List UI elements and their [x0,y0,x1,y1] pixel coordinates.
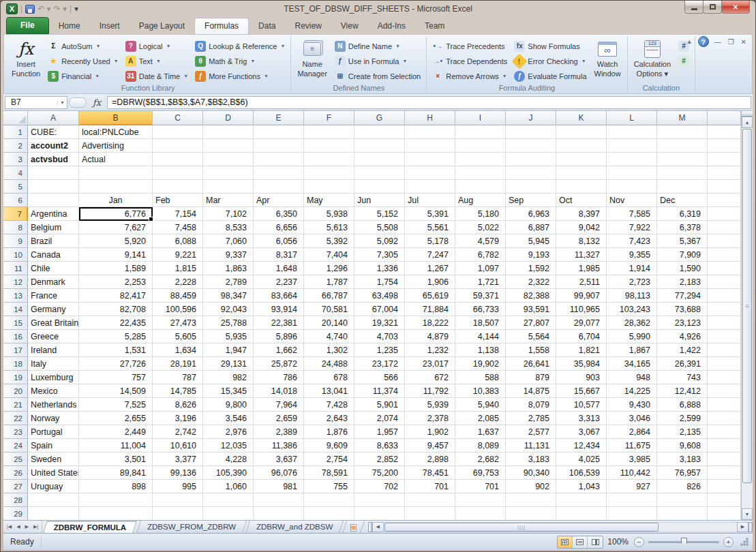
cell-C20[interactable]: 14,785 [153,384,203,398]
financial-button[interactable]: $Financial▼ [45,69,121,83]
cell-B3[interactable]: Actual [79,153,153,166]
create-from-selection-button[interactable]: ⊞Create from Selection [332,69,423,83]
evaluate-formula-button[interactable]: ƒEvaluate Formula [511,69,589,83]
cell-A17[interactable]: Ireland [28,343,79,357]
cell-E20[interactable]: 14,018 [254,384,304,398]
cell-E25[interactable]: 3,637 [254,453,304,466]
cell-B27[interactable]: 898 [79,480,153,493]
cell-J28[interactable] [506,493,556,507]
cell-filler-row-21[interactable] [708,398,741,412]
cell-G9[interactable]: 5,092 [354,234,405,248]
cell-J22[interactable]: 2,785 [506,412,556,425]
cell-G25[interactable]: 2,852 [354,453,405,466]
cell-M3[interactable] [657,153,708,166]
cell-filler-row-4[interactable] [708,166,741,180]
cell-H28[interactable] [405,493,455,507]
cell-I7[interactable]: 5,180 [455,207,506,221]
cell-C29[interactable] [153,507,203,520]
last-sheet-icon[interactable]: ▶| [31,523,40,531]
cell-B13[interactable]: 82,417 [79,289,153,303]
date-time-button[interactable]: 31Date & Time▼ [123,69,191,83]
cell-E14[interactable]: 93,914 [254,303,304,316]
row-header-27[interactable]: 27 [3,480,28,493]
cell-E15[interactable]: 22,381 [254,316,304,330]
selected-cell-B7[interactable]: 6,776 [79,207,153,221]
cell-C28[interactable] [153,493,203,507]
cell-B18[interactable]: 27,726 [79,357,153,371]
minimize-button[interactable] [684,1,704,14]
cell-L28[interactable] [607,493,657,507]
cell-G26[interactable]: 75,200 [354,466,405,480]
cell-F15[interactable]: 20,140 [304,316,354,330]
cell-A3[interactable]: actvsbud [28,153,79,166]
column-header-K[interactable]: K [556,111,607,125]
cell-G11[interactable]: 1,336 [354,262,405,275]
cell-H13[interactable]: 65,619 [405,289,455,303]
cell-F27[interactable]: 755 [304,480,354,493]
undo-button[interactable]: ↶ ▾ [37,3,50,14]
cell-J11[interactable]: 1,592 [506,262,556,275]
cell-K20[interactable]: 15,667 [556,384,607,398]
column-header-G[interactable]: G [354,111,405,125]
cell-I11[interactable]: 1,097 [455,262,506,275]
cell-M29[interactable] [657,507,708,520]
cell-H29[interactable] [405,507,455,520]
cell-filler-row-18[interactable] [708,357,741,371]
page-break-view-button[interactable] [588,536,603,548]
cell-E23[interactable]: 2,389 [254,425,304,439]
cell-A25[interactable]: Sweden [28,453,79,466]
remove-arrows-button[interactable]: ×Remove Arrows▼ [429,69,510,83]
row-header-24[interactable]: 24 [3,439,28,453]
cell-M19[interactable]: 743 [657,371,708,384]
cell-C10[interactable]: 9,221 [153,248,203,262]
column-header-B[interactable]: B [79,111,153,125]
cell-F2[interactable] [304,139,354,153]
column-header-H[interactable]: H [405,111,455,125]
cell-H25[interactable]: 2,898 [405,453,455,466]
cell-M11[interactable]: 1,590 [657,262,708,275]
cell-J3[interactable] [506,153,556,166]
cell-L29[interactable] [607,507,657,520]
cell-filler-row-23[interactable] [708,425,741,439]
row-header-11[interactable]: 11 [3,262,28,275]
cell-B25[interactable]: 3,501 [79,453,153,466]
cell-F29[interactable] [304,507,354,520]
cell-B15[interactable]: 22,435 [79,316,153,330]
cell-filler-row-10[interactable] [708,248,741,262]
cell-M5[interactable] [657,180,708,194]
cell-M21[interactable]: 6,888 [657,398,708,412]
cell-J1[interactable] [506,125,556,139]
excel-logo-icon[interactable]: X [6,3,18,14]
row-header-14[interactable]: 14 [3,303,28,316]
cell-A23[interactable]: Portugal [28,425,79,439]
cell-D25[interactable]: 4,228 [203,453,254,466]
cell-G20[interactable]: 11,374 [354,384,405,398]
cell-A2[interactable]: account2 [28,139,79,153]
scroll-down-icon[interactable]: ▼ [742,508,753,520]
cell-D18[interactable]: 29,131 [203,357,254,371]
cell-F28[interactable] [304,493,354,507]
cell-C9[interactable]: 6,088 [153,234,203,248]
cell-M28[interactable] [657,493,708,507]
cell-E27[interactable]: 981 [254,480,304,493]
cell-G18[interactable]: 23,172 [354,357,405,371]
cell-K7[interactable]: 8,397 [556,207,607,221]
cell-H20[interactable]: 11,792 [405,384,455,398]
sheet-tab-zdbsw-from-zdbrw[interactable]: ZDBSW_FROM_ZDBRW [136,521,247,533]
cell-G13[interactable]: 63,498 [354,289,405,303]
cell-G17[interactable]: 1,235 [354,343,405,357]
cell-H15[interactable]: 18,222 [405,316,455,330]
cell-I12[interactable]: 1,721 [455,275,506,289]
row-header-8[interactable]: 8 [3,221,28,234]
cell-I26[interactable]: 69,753 [455,466,506,480]
vertical-scroll-thumb[interactable]: ≡ [742,129,752,483]
cell-I16[interactable]: 4,144 [455,330,506,343]
zoom-out-icon[interactable]: − [634,537,644,547]
cell-L3[interactable] [607,153,657,166]
normal-view-button[interactable] [558,536,573,548]
cell-J15[interactable]: 27,807 [506,316,556,330]
row-header-16[interactable]: 16 [3,330,28,343]
row-header-3[interactable]: 3 [3,153,28,166]
cell-A4[interactable] [28,166,79,180]
ribbon-tab-insert[interactable]: Insert [90,18,130,34]
